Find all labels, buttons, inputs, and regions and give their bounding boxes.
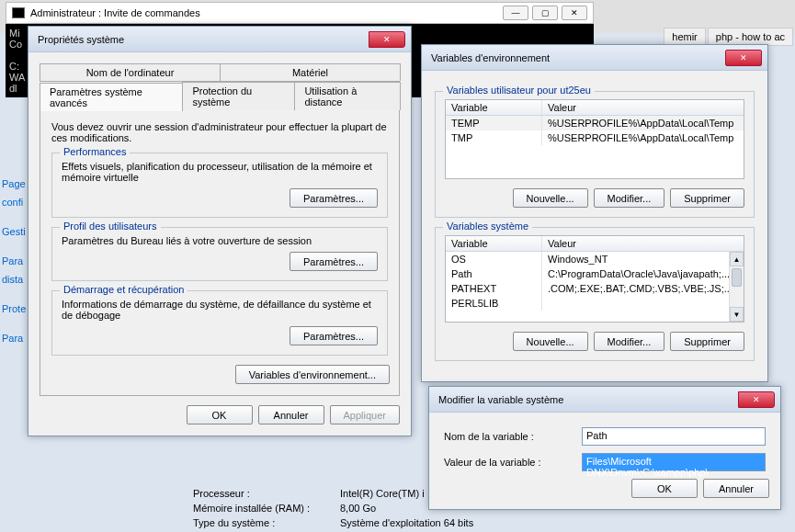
bg-link: Prote (0, 300, 31, 318)
bg-link: Page (0, 175, 31, 193)
bg-link: Para (0, 329, 31, 347)
sysinfo-value: 8,00 Go (340, 503, 376, 514)
cell-val (542, 296, 744, 311)
dialog-title: Propriétés système (34, 34, 369, 45)
cell-val: %USERPROFILE%\AppData\Local\Temp (542, 116, 744, 130)
ok-button[interactable]: OK (187, 405, 253, 424)
bg-link: Para (0, 252, 31, 270)
startup-settings-button[interactable]: Paramètres... (290, 326, 378, 345)
scroll-down-icon[interactable]: ▼ (730, 307, 744, 322)
cell-val: %USERPROFILE%\AppData\Local\Temp (542, 130, 744, 145)
cell-var: TEMP (446, 116, 542, 130)
environment-variables-dialog: Variables d'environnement ✕ Variables ut… (421, 44, 768, 382)
cell-var: TMP (446, 130, 542, 145)
sysinfo-label: Processeur : (193, 488, 340, 499)
bg-link: confi (0, 193, 31, 211)
col-header-variable[interactable]: Variable (446, 100, 542, 115)
close-button[interactable]: ✕ (369, 31, 405, 48)
scroll-thumb[interactable] (732, 268, 742, 287)
cell-val: Windows_NT (542, 252, 744, 266)
user-vars-label: Variables utilisateur pour ut25eu (443, 85, 595, 96)
sys-delete-button[interactable]: Supprimer (670, 332, 744, 351)
cell-var: PERL5LIB (446, 296, 542, 311)
cancel-button[interactable]: Annuler (703, 479, 769, 498)
scrollbar[interactable]: ▲ ▼ (729, 252, 744, 322)
user-new-button[interactable]: Nouvelle... (513, 188, 588, 208)
system-properties-dialog: Propriétés système ✕ Nom de l'ordinateur… (28, 26, 412, 436)
table-row[interactable]: PERL5LIB (446, 296, 744, 311)
variable-value-input[interactable]: Files\Microsoft DNX\Dnvm\;C:\xampp\php\ (582, 453, 766, 471)
table-row[interactable]: TEMP %USERPROFILE%\AppData\Local\Temp (446, 116, 744, 130)
user-edit-button[interactable]: Modifier... (594, 188, 665, 208)
table-row[interactable]: Path C:\ProgramData\Oracle\Java\javapath… (446, 266, 744, 281)
profiles-settings-button[interactable]: Paramètres... (290, 252, 378, 271)
variable-value-label: Valeur de la variable : (444, 457, 573, 468)
cell-var: OS (446, 252, 542, 266)
user-vars-table[interactable]: Variable Valeur TEMP %USERPROFILE%\AppDa… (445, 99, 744, 179)
minimize-button[interactable]: — (503, 6, 528, 20)
group-title: Démarrage et récupération (60, 284, 187, 295)
dialog-title: Modifier la variable système (435, 394, 738, 405)
group-desc: Informations de démarrage du système, de… (62, 299, 378, 321)
variable-name-input[interactable]: Path (582, 427, 766, 446)
cancel-button[interactable]: Annuler (258, 405, 324, 424)
admin-note: Vous devez ouvrir une session d'administ… (51, 121, 388, 143)
environment-variables-button[interactable]: Variables d'environnement... (235, 365, 390, 384)
tab-protection[interactable]: Protection du système (182, 82, 295, 110)
tab-advanced[interactable]: Paramètres système avancés (40, 83, 183, 111)
bg-tab: hemir (664, 28, 706, 46)
group-title: Performances (60, 146, 130, 157)
cmd-icon (12, 7, 25, 18)
cell-var: PATHEXT (446, 281, 542, 296)
close-button[interactable]: ✕ (562, 6, 587, 20)
group-desc: Effets visuels, planification du process… (62, 161, 378, 183)
scroll-up-icon[interactable]: ▲ (730, 252, 744, 266)
close-button[interactable]: ✕ (738, 391, 775, 408)
apply-button[interactable]: Appliquer (330, 405, 400, 424)
tab-hardware[interactable]: Matériel (220, 63, 401, 81)
bg-tab: php - how to ac (708, 28, 793, 46)
sysinfo-value: Système d'exploitation 64 bits (340, 517, 473, 528)
sys-new-button[interactable]: Nouvelle... (513, 332, 588, 351)
tab-remote[interactable]: Utilisation à distance (294, 82, 401, 110)
table-row[interactable]: PATHEXT .COM;.EXE;.BAT;.CMD;.VBS;.VBE;.J… (446, 281, 744, 296)
bg-link: Gesti (0, 222, 31, 241)
table-row[interactable]: OS Windows_NT (446, 252, 744, 266)
sysinfo-label: Type du système : (193, 517, 340, 528)
maximize-button[interactable]: ▢ (532, 6, 558, 20)
group-desc: Paramètres du Bureau liés à votre ouvert… (62, 235, 378, 246)
variable-name-label: Nom de la variable : (444, 431, 573, 442)
bg-link: dista (0, 270, 31, 289)
group-title: Profil des utilisateurs (60, 221, 161, 232)
table-row[interactable]: TMP %USERPROFILE%\AppData\Local\Temp (446, 130, 744, 145)
edit-variable-dialog: Modifier la variable système ✕ Nom de la… (428, 386, 781, 510)
tab-computer-name[interactable]: Nom de l'ordinateur (40, 63, 221, 81)
cell-var: Path (446, 266, 542, 281)
close-button[interactable]: ✕ (725, 50, 762, 66)
system-vars-table[interactable]: Variable Valeur OS Windows_NT Path C:\Pr… (445, 235, 744, 323)
col-header-variable[interactable]: Variable (446, 236, 542, 251)
col-header-value[interactable]: Valeur (542, 100, 744, 115)
sysinfo-value: Intel(R) Core(TM) i (340, 488, 425, 499)
dialog-title: Variables d'environnement (427, 52, 725, 63)
system-vars-label: Variables système (443, 221, 532, 232)
col-header-value[interactable]: Valeur (542, 236, 744, 251)
user-delete-button[interactable]: Supprimer (670, 188, 744, 208)
ok-button[interactable]: OK (631, 479, 698, 498)
sysinfo-label: Mémoire installée (RAM) : (193, 503, 340, 514)
cmd-title: Administrateur : Invite de commandes (30, 7, 200, 18)
cell-val: .COM;.EXE;.BAT;.CMD;.VBS;.VBE;.JS;... (542, 281, 744, 296)
performance-settings-button[interactable]: Paramètres... (290, 188, 378, 208)
cell-val: C:\ProgramData\Oracle\Java\javapath;... (542, 266, 744, 281)
sys-edit-button[interactable]: Modifier... (594, 332, 665, 351)
